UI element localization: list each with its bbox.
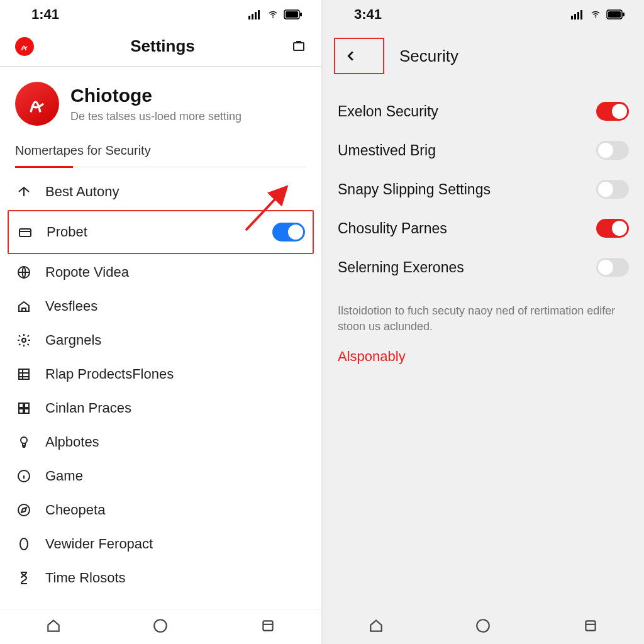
menu-item-probet[interactable]: Probet — [8, 210, 314, 254]
svg-rect-13 — [19, 369, 29, 379]
svg-rect-14 — [19, 403, 23, 408]
menu-label: Gargnels — [45, 332, 101, 348]
svg-rect-17 — [25, 409, 29, 413]
svg-rect-30 — [608, 11, 621, 18]
menu-item-alpbotes[interactable]: Alpbotes — [0, 425, 321, 459]
oval-icon — [15, 536, 33, 552]
security-title: Security — [399, 47, 458, 66]
menu-label: Vesflees — [45, 298, 97, 314]
toggle-umestived[interactable] — [596, 141, 629, 160]
status-bar: 1:41 — [0, 0, 321, 29]
adobe-icon[interactable] — [15, 37, 34, 56]
svg-point-22 — [155, 619, 167, 632]
item-exelon-security[interactable]: Exelon Security — [323, 92, 644, 131]
svg-point-18 — [21, 437, 27, 443]
svg-rect-15 — [25, 403, 29, 408]
bulb-icon — [15, 435, 33, 450]
menu-label: Game — [45, 468, 83, 484]
globe-icon — [15, 265, 33, 280]
svg-rect-16 — [19, 409, 23, 413]
menu-item-gargnels[interactable]: Gargnels — [0, 323, 321, 357]
gear-icon — [15, 333, 33, 348]
back-button[interactable] — [334, 38, 384, 74]
svg-rect-2 — [255, 12, 257, 19]
chevron-left-icon — [344, 48, 358, 64]
svg-rect-26 — [577, 12, 579, 19]
profile-name: Chiotoge — [70, 85, 242, 106]
profile-text: Chiotoge De tes talses us-loed more sett… — [70, 85, 242, 123]
menu-label: Rlap ProdectsFlones — [45, 366, 174, 382]
briefcase-icon[interactable] — [291, 38, 306, 55]
svg-rect-33 — [586, 621, 595, 630]
item-label: Chosulity Parnes — [338, 220, 447, 237]
item-label: Snapy Slipping Settings — [338, 181, 491, 198]
security-header: Security — [323, 29, 644, 87]
svg-rect-27 — [580, 10, 582, 19]
toggle-chosulity[interactable] — [596, 219, 629, 238]
nav-circle-icon[interactable] — [475, 618, 491, 636]
svg-point-20 — [18, 504, 30, 516]
grid-stack-icon — [15, 367, 33, 382]
toggle-selerning[interactable] — [596, 258, 629, 277]
menu-label: Time Rlosots — [45, 570, 126, 586]
profile-section[interactable]: Chiotoge De tes talses us-loed more sett… — [0, 67, 321, 138]
item-snapy-slipping[interactable]: Snapy Slipping Settings — [323, 170, 644, 209]
item-selerning-exerones[interactable]: Selerning Exerones — [323, 248, 644, 287]
probet-toggle[interactable] — [272, 223, 305, 242]
nav-circle-icon[interactable] — [152, 618, 169, 636]
menu-item-vewider[interactable]: Vewider Feropact — [0, 527, 321, 561]
menu-item-best-autony[interactable]: Best Autony — [0, 175, 321, 209]
menu-item-cinlan-praces[interactable]: Cinlan Praces — [0, 391, 321, 425]
nav-square-icon[interactable] — [260, 618, 276, 636]
item-label: Umestived Brig — [338, 142, 436, 159]
toggle-snapy[interactable] — [596, 180, 629, 199]
status-time: 1:41 — [31, 6, 59, 23]
nav-square-icon[interactable] — [582, 618, 599, 636]
menu-item-ropote-videa[interactable]: Ropote Videa — [0, 255, 321, 289]
svg-rect-10 — [19, 229, 31, 236]
battery-icon — [284, 9, 303, 19]
menu-label: Cheopeta — [45, 502, 105, 518]
compass-icon — [15, 502, 33, 518]
svg-rect-25 — [574, 14, 576, 19]
section-label-security: Nomertapes for Security — [0, 138, 321, 163]
grid-icon — [15, 401, 33, 416]
item-chosulity-parnes[interactable]: Chosulity Parnes — [323, 209, 644, 248]
svg-point-32 — [477, 619, 490, 632]
toggle-exelon[interactable] — [596, 102, 629, 121]
menu-label: Ropote Videa — [45, 264, 129, 280]
svg-point-21 — [20, 538, 28, 550]
svg-rect-6 — [286, 11, 298, 18]
svg-rect-24 — [571, 16, 573, 19]
nav-home-icon[interactable] — [368, 618, 384, 636]
hourglass-icon — [15, 570, 33, 586]
svg-rect-0 — [248, 16, 250, 19]
wifi-icon — [589, 9, 602, 19]
menu-label: Best Autony — [45, 184, 119, 200]
settings-header: Settings — [0, 29, 321, 67]
adobe-avatar-icon — [15, 82, 59, 126]
status-bar: 3:41 — [323, 0, 644, 29]
menu-item-vesflees[interactable]: Vesflees — [0, 289, 321, 323]
menu-item-time-rlosots[interactable]: Time Rlosots — [0, 561, 321, 595]
alsponably-link[interactable]: Alsponably — [323, 338, 644, 375]
bottom-nav — [0, 609, 321, 644]
nav-home-icon[interactable] — [45, 618, 62, 636]
item-umestived-brig[interactable]: Umestived Brig — [323, 131, 644, 170]
wifi-icon — [266, 9, 280, 19]
bottom-nav — [323, 609, 644, 644]
menu-item-rlap-prodects[interactable]: Rlap ProdectsFlones — [0, 357, 321, 391]
menu-label: Vewider Feropact — [45, 536, 153, 552]
menu-label: Probet — [47, 224, 87, 240]
settings-menu: Best Autony Probet Ropote Videa Vesflees… — [0, 175, 321, 602]
menu-item-cheopeta[interactable]: Cheopeta — [0, 493, 321, 527]
signal-icon — [571, 9, 585, 19]
info-icon — [15, 469, 33, 484]
svg-rect-7 — [300, 13, 302, 16]
home-up-icon — [15, 184, 33, 199]
menu-item-game[interactable]: Game — [0, 459, 321, 493]
menu-label: Alpbotes — [45, 434, 99, 450]
battery-icon — [606, 9, 625, 19]
phone-left: 1:41 Settings Chiotoge De tes talses us-… — [0, 0, 321, 644]
item-label: Exelon Security — [338, 103, 438, 120]
